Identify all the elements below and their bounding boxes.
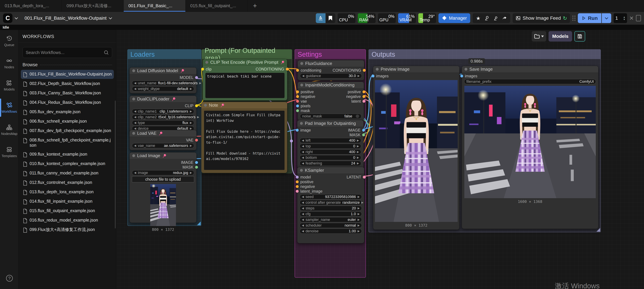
browse-section-header[interactable]: Browse bbox=[22, 62, 112, 68]
workflow-list-item[interactable]: 009.flux_kontext_example.json bbox=[21, 150, 114, 159]
increment-icon[interactable]: ▶ bbox=[358, 230, 360, 232]
search-input[interactable] bbox=[26, 50, 104, 55]
widget[interactable]: ◀ unet_nameflux1-fill-dev.safetensors ▶ bbox=[132, 81, 194, 86]
chevron-down-icon[interactable] bbox=[109, 16, 112, 19]
widget[interactable]: ◀ bottom0 ▶ bbox=[300, 155, 361, 160]
widget[interactable]: ◀ schedulernormal ▶ bbox=[300, 223, 362, 228]
decrement-icon[interactable]: ◀ bbox=[134, 121, 136, 124]
widget[interactable]: ◀ vae_nameae.safetensors ▶ bbox=[132, 143, 194, 148]
node-flux-guidance[interactable]: FluxGuidance conditioning CONDITIONING ◀… bbox=[298, 60, 364, 81]
resize-handle[interactable] bbox=[197, 221, 201, 225]
increment-icon[interactable]: ▶ bbox=[357, 162, 359, 165]
widget[interactable]: ◀ left400 ▶ bbox=[300, 138, 361, 143]
slot-row[interactable]: latent_image bbox=[297, 189, 364, 194]
toggle-knob-icon[interactable] bbox=[356, 114, 359, 118]
widget[interactable]: ◀ sampler_nameeuler ▶ bbox=[300, 217, 362, 222]
collapse-dot[interactable] bbox=[376, 68, 379, 71]
workflow-tab[interactable]: 099.Flux放大+高清修... bbox=[62, 0, 124, 12]
widget[interactable]: ◀ typeflux ▶ bbox=[132, 120, 194, 125]
widget[interactable]: ◀ guidance30.0 ▶ bbox=[300, 73, 362, 78]
workflow-name[interactable]: 001.Flux_Fill_Basic_Workflow-Outpaint bbox=[24, 16, 106, 21]
slot-row[interactable]: positive bbox=[297, 179, 364, 184]
workflow-list-item[interactable]: 011.flux_canny_model_example.json bbox=[21, 169, 114, 178]
node-save-image[interactable]: Save Image images filename_prefix ComfyU… bbox=[462, 66, 598, 229]
group-title[interactable]: Prompt (For Outpainted area) bbox=[202, 50, 292, 59]
node-ksampler[interactable]: KSampler model LATENT positive negative bbox=[297, 167, 364, 243]
stepper-icons[interactable]: ▲▼ bbox=[623, 16, 626, 21]
sailboat-icon-button[interactable] bbox=[316, 13, 326, 23]
decrement-icon[interactable]: ◀ bbox=[302, 151, 304, 153]
sidebar-item-workflows[interactable]: Workflows bbox=[0, 97, 18, 119]
slot-row[interactable]: image IMAGE bbox=[297, 128, 364, 133]
widget[interactable]: ◀ steps20 ▶ bbox=[300, 206, 362, 211]
slot-row[interactable]: MODEL bbox=[130, 75, 196, 80]
increment-icon[interactable]: ▶ bbox=[199, 82, 201, 84]
workflow-tab[interactable]: 013.flux_depth_lora_... bbox=[0, 0, 62, 12]
workflow-list-item[interactable]: 001.Flux_Fill_Basic_Workflow-Outpaint.js… bbox=[21, 70, 114, 79]
prompt-textarea[interactable]: tropical beach tiki bar scene bbox=[205, 73, 284, 98]
slot-row[interactable]: pixels bbox=[298, 104, 364, 108]
slot-row[interactable]: images bbox=[462, 74, 598, 78]
node-preview-image[interactable]: Preview Image images 800 × 1372 bbox=[373, 66, 460, 230]
show-image-feed-button[interactable]: Show Image Feed ↻ bbox=[512, 13, 570, 23]
workflow-list-item[interactable]: 013.flux_depth_lora_example.json bbox=[21, 188, 114, 197]
loupe-icon-1[interactable] bbox=[483, 15, 491, 22]
decrement-icon[interactable]: ◀ bbox=[134, 88, 136, 90]
collapse-dot[interactable] bbox=[204, 104, 207, 107]
collapse-dot[interactable] bbox=[300, 84, 303, 87]
decrement-icon[interactable]: ◀ bbox=[302, 213, 304, 215]
decrement-icon[interactable]: ◀ bbox=[302, 230, 304, 232]
save-workflow-button[interactable] bbox=[574, 31, 585, 42]
run-button[interactable]: Run bbox=[578, 13, 601, 23]
workflow-list-item[interactable]: 006.flux_schnell_example.json bbox=[21, 117, 114, 126]
sidebar-item-queue[interactable]: Queue bbox=[0, 30, 18, 52]
decrement-icon[interactable]: ◀ bbox=[134, 110, 136, 113]
run-options-dropdown[interactable] bbox=[602, 13, 611, 23]
collapse-dot[interactable] bbox=[300, 62, 303, 65]
increment-icon[interactable]: ▶ bbox=[358, 195, 360, 198]
decrement-icon[interactable]: ◀ bbox=[134, 82, 136, 84]
saved-image-preview[interactable] bbox=[464, 86, 596, 198]
search-icon[interactable] bbox=[104, 50, 109, 55]
decrement-icon[interactable]: ◀ bbox=[302, 139, 304, 142]
comfyui-logo[interactable]: C bbox=[3, 14, 12, 23]
cancel-run-icon[interactable]: × bbox=[630, 14, 634, 22]
widget[interactable]: ◀ feathering24 ▶ bbox=[300, 161, 361, 166]
slot-row[interactable]: clip CONDITIONING bbox=[203, 67, 287, 72]
decrement-icon[interactable]: ◀ bbox=[134, 171, 136, 174]
sidebar-item-nodes[interactable]: Nodes bbox=[0, 52, 18, 74]
decrement-icon[interactable]: ◀ bbox=[302, 75, 304, 77]
slot-row[interactable]: CLIP bbox=[130, 103, 196, 108]
workflow-list-item[interactable]: 002.Flux_Depth_Basic_Workflow.json bbox=[21, 79, 114, 88]
slot-row[interactable]: vae latent bbox=[298, 99, 364, 104]
sidebar-item-models[interactable]: Models bbox=[0, 74, 18, 97]
workflow-list-item[interactable]: 012.flux_controlnet_example.json bbox=[21, 178, 114, 187]
slot-row[interactable]: IMAGE bbox=[130, 160, 196, 165]
help-icon[interactable]: ? bbox=[6, 275, 13, 281]
scrollbar[interactable] bbox=[115, 101, 116, 228]
workflow-list-item[interactable]: 007.flux_dev_fp8_checkpoint_example.json bbox=[21, 126, 114, 135]
loupe-icon-2[interactable] bbox=[492, 15, 500, 22]
slot-row[interactable]: images bbox=[373, 74, 460, 78]
group-title[interactable]: Loaders bbox=[128, 50, 201, 59]
collapse-dot[interactable] bbox=[132, 132, 135, 135]
increment-icon[interactable]: ▶ bbox=[357, 145, 359, 148]
node-pad-image-for-outpainting[interactable]: Pad Image for Outpainting image IMAGE MA… bbox=[297, 120, 364, 168]
workflow-list-item[interactable]: 003.Flux_Canny_Basic_Workflow.json bbox=[21, 89, 114, 98]
increment-icon[interactable]: ▶ bbox=[357, 139, 359, 142]
increment-icon[interactable]: ▶ bbox=[357, 156, 359, 159]
decrement-icon[interactable]: ◀ bbox=[302, 162, 304, 165]
choose-file-button[interactable]: choose file to upload bbox=[132, 176, 194, 182]
node-load-diffusion-model[interactable]: Load Diffusion Model MODEL ◀ unet_namefl… bbox=[130, 67, 197, 94]
increment-icon[interactable]: ▶ bbox=[190, 127, 192, 130]
widget[interactable]: ◀ seed937223395810986 ▶ bbox=[300, 194, 362, 199]
batch-count-input[interactable]: 1 ▲▼ bbox=[614, 13, 627, 23]
chevron-down-icon[interactable] bbox=[14, 16, 18, 19]
widget[interactable]: ◀ denoise1.00 ▶ bbox=[300, 229, 362, 234]
sidebar-item-nodesmap[interactable]: NodesMap bbox=[0, 119, 18, 141]
collapse-dot[interactable] bbox=[132, 154, 135, 157]
node-clip-text-encode[interactable]: CLIP Text Encode (Positive Prompt) clip … bbox=[202, 59, 288, 101]
widget[interactable]: ◀ top0 ▶ bbox=[300, 144, 361, 149]
share-arrow-icon[interactable] bbox=[501, 15, 508, 22]
node-dual-clip-loader[interactable]: DualCLIPLoader CLIP ◀ clip_name1clip_l.s… bbox=[130, 96, 197, 133]
